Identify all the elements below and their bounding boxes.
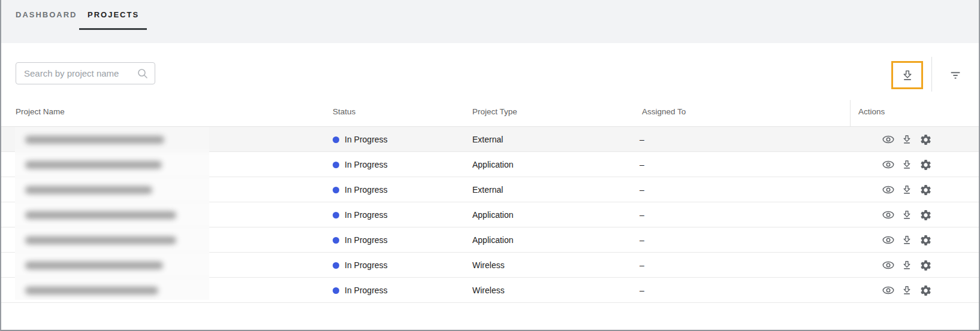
status-label: In Progress: [345, 160, 388, 169]
table-header: Project Name Status Project Type Assigne…: [1, 98, 979, 127]
gear-icon: [919, 159, 932, 171]
status-dot-icon: [333, 136, 339, 143]
download-row-button[interactable]: [900, 183, 914, 197]
eye-icon: [882, 284, 895, 297]
download-icon: [901, 209, 913, 221]
download-icon: [901, 159, 913, 171]
search-input[interactable]: [24, 63, 135, 84]
eye-icon: [882, 259, 895, 272]
settings-row-button[interactable]: [918, 183, 933, 197]
settings-row-button[interactable]: [918, 233, 933, 247]
settings-row-button[interactable]: [918, 208, 933, 222]
gear-icon: [919, 234, 932, 247]
eye-icon: [882, 208, 895, 221]
status-dot-icon: [333, 187, 339, 193]
settings-row-button[interactable]: [918, 283, 933, 297]
column-header-project-name: Project Name: [16, 107, 65, 116]
column-header-status: Status: [333, 107, 355, 116]
project-type-cell: Wireless: [472, 253, 505, 278]
eye-icon: [882, 183, 895, 196]
download-row-button[interactable]: [900, 258, 914, 272]
redacted-project-name: [25, 287, 158, 294]
eye-icon: [882, 133, 895, 146]
settings-row-button[interactable]: [918, 157, 933, 172]
filter-list-icon: [949, 68, 962, 81]
redacted-project-name: [25, 236, 176, 244]
tab-dashboard[interactable]: DASHBOARD: [16, 10, 77, 19]
download-icon: [900, 68, 915, 83]
project-type-cell: Application: [472, 227, 514, 253]
filter-button[interactable]: [947, 66, 964, 83]
assigned-to-cell: –: [640, 278, 644, 303]
search-box[interactable]: [16, 62, 155, 84]
assigned-to-cell: –: [640, 253, 644, 278]
status-cell: In Progress: [333, 152, 388, 177]
status-dot-icon: [333, 262, 339, 269]
gear-icon: [919, 133, 932, 146]
assigned-to-cell: –: [640, 152, 644, 177]
download-icon: [901, 284, 913, 296]
actions-cell: [856, 253, 935, 278]
status-dot-icon: [333, 212, 339, 218]
download-icon: [901, 133, 913, 145]
tab-projects[interactable]: PROJECTS: [79, 10, 147, 19]
status-dot-icon: [333, 237, 339, 244]
status-dot-icon: [333, 162, 339, 168]
eye-icon: [882, 158, 895, 171]
view-button[interactable]: [881, 183, 895, 197]
assigned-to-cell: –: [640, 177, 644, 202]
download-icon: [901, 234, 913, 246]
download-row-button[interactable]: [900, 208, 914, 222]
status-label: In Progress: [345, 260, 388, 270]
download-row-button[interactable]: [900, 157, 914, 172]
project-type-cell: External: [472, 127, 503, 152]
app-window: DASHBOARD PROJECTS Project Name: [0, 0, 980, 331]
settings-row-button[interactable]: [918, 258, 933, 272]
view-button[interactable]: [881, 283, 895, 297]
toolbar-divider: [931, 57, 932, 92]
eye-icon: [882, 233, 895, 247]
view-button[interactable]: [881, 157, 895, 172]
status-label: In Progress: [345, 185, 388, 195]
status-cell: In Progress: [333, 202, 388, 227]
view-button[interactable]: [881, 132, 895, 147]
download-row-button[interactable]: [900, 283, 914, 297]
assigned-to-cell: –: [640, 202, 644, 227]
project-type-cell: Application: [472, 152, 514, 177]
actions-cell: [856, 177, 935, 202]
actions-cell: [856, 227, 935, 253]
status-cell: In Progress: [333, 127, 388, 152]
redacted-project-name: [25, 161, 162, 169]
actions-cell: [856, 152, 935, 177]
tab-bar: DASHBOARD PROJECTS: [1, 0, 979, 43]
redacted-project-name: [25, 136, 164, 144]
status-cell: In Progress: [333, 177, 388, 202]
gear-icon: [919, 259, 932, 272]
view-button[interactable]: [881, 258, 895, 272]
status-label: In Progress: [345, 210, 388, 220]
redacted-project-name: [25, 262, 163, 269]
gear-icon: [919, 184, 932, 196]
status-label: In Progress: [345, 135, 388, 144]
status-label: In Progress: [345, 286, 388, 295]
download-icon: [901, 259, 913, 271]
download-icon: [901, 184, 913, 196]
assigned-to-cell: –: [640, 127, 644, 152]
download-row-button[interactable]: [900, 132, 914, 147]
settings-row-button[interactable]: [918, 132, 933, 147]
download-row-button[interactable]: [900, 233, 914, 247]
status-cell: In Progress: [333, 253, 388, 278]
active-tab-underline: [79, 28, 147, 30]
status-cell: In Progress: [333, 278, 388, 303]
gear-icon: [919, 284, 932, 297]
actions-cell: [856, 278, 935, 303]
actions-cell: [856, 202, 935, 227]
redacted-project-names-overlay: [15, 127, 209, 300]
project-type-cell: Wireless: [472, 278, 505, 303]
view-button[interactable]: [881, 233, 895, 247]
project-type-cell: External: [472, 177, 503, 202]
view-button[interactable]: [881, 208, 895, 222]
column-header-assigned-to: Assigned To: [642, 107, 686, 116]
column-header-actions: Actions: [858, 107, 885, 116]
export-download-button[interactable]: [891, 61, 923, 89]
